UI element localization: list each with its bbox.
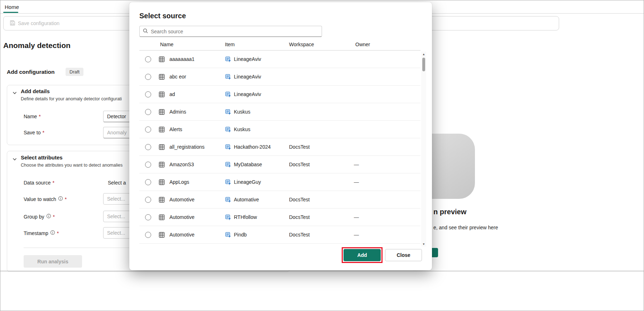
row-item: Hackathon-2024 — [234, 138, 271, 156]
table-grid-icon — [159, 144, 165, 150]
row-radio[interactable] — [145, 126, 151, 133]
row-radio[interactable] — [145, 214, 151, 220]
row-name: Automotive — [169, 191, 194, 209]
required-mark: * — [65, 196, 67, 202]
row-item: MyDatabase — [234, 156, 262, 173]
tab-active-underline — [3, 12, 18, 13]
table-grid-icon — [159, 109, 165, 115]
table-grid-icon — [159, 74, 165, 80]
row-radio[interactable] — [145, 144, 151, 150]
page-title: Anomaly detection — [3, 41, 71, 50]
scroll-up-arrow[interactable]: ▲ — [421, 52, 426, 57]
save-to-label: Save to* — [24, 130, 44, 135]
row-radio[interactable] — [145, 109, 151, 115]
table-row[interactable]: Automotive RTHfollow DocsTest — — [139, 209, 420, 226]
row-radio[interactable] — [145, 197, 151, 203]
row-radio[interactable] — [145, 162, 151, 168]
kql-database-icon — [225, 126, 231, 133]
save-configuration-label: Save configuration — [18, 20, 59, 26]
table-row[interactable]: AmazonS3 MyDatabase DocsTest — — [139, 156, 420, 173]
annotation-highlight-box: Add — [342, 247, 383, 263]
run-analysis-button[interactable]: Run analysis — [24, 255, 82, 268]
row-workspace: DocsTest — [289, 226, 310, 244]
info-icon[interactable] — [58, 196, 63, 202]
group-by-label: Group by * — [24, 214, 55, 220]
search-icon — [143, 28, 148, 35]
kql-database-icon — [225, 56, 231, 62]
timestamp-label: Timestamp * — [24, 230, 59, 236]
preview-body-fragment: e, and see their preview here — [433, 225, 498, 230]
info-icon[interactable] — [46, 214, 51, 220]
row-workspace: DocsTest — [289, 138, 310, 156]
info-icon[interactable] — [50, 230, 55, 236]
select-attributes-title: Select attributes — [21, 154, 63, 161]
kql-database-icon — [225, 91, 231, 97]
column-header-item[interactable]: Item — [225, 42, 235, 47]
select-attributes-subtitle: Choose the attributes you want to detect… — [21, 163, 122, 168]
name-label: Name* — [24, 114, 41, 119]
row-radio[interactable] — [145, 232, 151, 238]
kql-database-icon — [225, 232, 231, 238]
row-name: Automotive — [169, 226, 194, 244]
table-grid-icon — [159, 56, 165, 62]
row-item: Pindb — [234, 226, 247, 244]
row-workspace: DocsTest — [289, 209, 310, 226]
required-mark: * — [42, 130, 44, 135]
required-mark: * — [57, 230, 59, 236]
scrollbar-thumb[interactable] — [422, 58, 425, 71]
row-item: LineageAviv — [234, 51, 261, 68]
table-grid-icon — [159, 214, 165, 220]
row-name: Automotive — [169, 209, 194, 226]
table-grid-icon — [159, 91, 165, 97]
value-to-watch-label: Value to watch * — [24, 196, 67, 202]
table-row[interactable]: AppLogs LineageGuy — — [139, 173, 420, 191]
row-name: aaaaaaaa1 — [169, 51, 194, 68]
table-grid-icon — [159, 197, 165, 203]
table-row[interactable]: ad LineageAviv — [139, 86, 420, 103]
row-name: AmazonS3 — [169, 156, 194, 173]
chevron-down-icon[interactable] — [12, 157, 17, 162]
column-header-name[interactable]: Name — [160, 42, 173, 47]
kql-database-icon — [225, 179, 231, 185]
row-radio[interactable] — [145, 91, 151, 97]
column-header-owner[interactable]: Owner — [355, 42, 370, 47]
kql-database-icon — [225, 197, 231, 203]
row-item: LineageAviv — [234, 68, 261, 86]
row-workspace: DocsTest — [289, 191, 310, 209]
table-row[interactable]: aaaaaaaa1 LineageAviv — [139, 51, 420, 68]
table-row[interactable]: Admins Kuskus — [139, 103, 420, 121]
row-radio[interactable] — [145, 56, 151, 62]
row-item: RTHfollow — [234, 209, 257, 226]
data-source-value[interactable]: Select a — [108, 180, 126, 186]
draft-status-badge: Draft — [66, 68, 83, 76]
close-button[interactable]: Close — [385, 249, 422, 261]
kql-database-icon — [225, 144, 231, 150]
table-row[interactable]: all_registrations Hackathon-2024 DocsTes… — [139, 138, 420, 156]
required-mark: * — [39, 114, 40, 119]
scroll-down-arrow[interactable]: ▼ — [421, 241, 426, 247]
table-grid-icon — [159, 126, 165, 133]
row-item: Kuskus — [234, 121, 250, 138]
column-header-workspace[interactable]: Workspace — [289, 42, 314, 47]
table-row[interactable]: abc eor LineageAviv — [139, 68, 420, 86]
row-radio[interactable] — [145, 74, 151, 80]
add-details-title: Add details — [21, 88, 50, 94]
row-item: Automative — [234, 191, 259, 209]
table-row[interactable]: Automotive Pindb DocsTest — — [139, 226, 420, 244]
save-configuration-button[interactable]: Save configuration — [6, 18, 63, 29]
add-button[interactable]: Add — [343, 249, 381, 261]
row-workspace: DocsTest — [289, 156, 310, 173]
tab-home[interactable]: Home — [5, 4, 19, 10]
search-input[interactable] — [151, 29, 319, 34]
chevron-down-icon[interactable] — [12, 90, 17, 95]
row-owner: — — [354, 173, 359, 191]
row-name: Alerts — [169, 121, 182, 138]
row-item: Kuskus — [234, 103, 250, 121]
table-row[interactable]: Alerts Kuskus — [139, 121, 420, 138]
row-item: LineageGuy — [234, 173, 261, 191]
row-owner: — — [354, 226, 359, 244]
table-row[interactable]: Automotive Automative DocsTest — [139, 191, 420, 209]
data-source-label: Data source* — [24, 180, 54, 186]
scrollbar[interactable]: ▲ ▼ — [421, 52, 426, 247]
row-radio[interactable] — [145, 179, 151, 185]
